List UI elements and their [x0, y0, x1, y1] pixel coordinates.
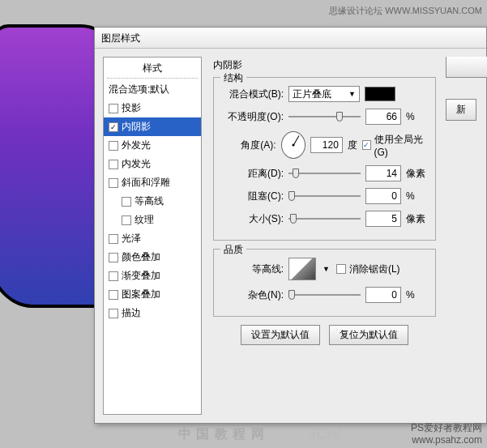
choke-label: 阻塞(C):: [220, 190, 284, 203]
distance-input[interactable]: 14: [365, 165, 401, 181]
style-blend-options[interactable]: 混合选项:默认: [104, 80, 201, 99]
chevron-down-icon: ▼: [348, 90, 356, 98]
checkbox-icon[interactable]: [122, 215, 131, 225]
size-unit: 像素: [406, 212, 429, 226]
opacity-slider[interactable]: [288, 110, 361, 123]
checkbox-icon[interactable]: [109, 234, 118, 244]
style-drop-shadow[interactable]: 投影: [104, 99, 201, 117]
noise-unit: %: [406, 289, 429, 301]
noise-input[interactable]: 0: [365, 287, 401, 303]
size-input[interactable]: 5: [365, 211, 401, 227]
side-buttons: 新: [446, 57, 478, 415]
dialog-title: 图层样式: [95, 28, 486, 49]
checkbox-icon[interactable]: [122, 197, 131, 207]
blend-mode-combo[interactable]: 正片叠底▼: [288, 86, 360, 102]
global-light-checkbox[interactable]: ✓使用全局光(G): [362, 133, 429, 158]
choke-input[interactable]: 0: [365, 188, 401, 204]
noise-label: 杂色(N):: [220, 288, 284, 302]
checkbox-icon[interactable]: [109, 309, 118, 318]
checkbox-icon: [336, 264, 346, 274]
choke-unit: %: [406, 190, 429, 202]
watermark-bottom: PS爱好者教程网 www.psahz.com: [411, 422, 482, 446]
checkbox-icon[interactable]: [109, 104, 118, 113]
structure-group: 结构 混合模式(B): 正片叠底▼ 不透明度(O): 66 % 角度(A):: [213, 77, 436, 241]
antialias-checkbox[interactable]: 消除锯齿(L): [336, 262, 400, 276]
style-pattern-overlay[interactable]: 图案叠加: [104, 285, 201, 304]
color-swatch[interactable]: [365, 87, 395, 101]
watermark-center: 中 国 教 程 网: [178, 426, 265, 443]
style-outer-glow[interactable]: 外发光: [104, 136, 201, 155]
contour-label: 等高线:: [220, 262, 284, 276]
style-bevel-emboss[interactable]: 斜面和浮雕: [104, 173, 201, 192]
style-inner-shadow[interactable]: ✓内阴影: [104, 117, 201, 136]
layer-style-dialog: 图层样式 样式 混合选项:默认 投影 ✓内阴影 外发光 内发光 斜面和浮雕 等高…: [94, 27, 487, 424]
styles-header[interactable]: 样式: [107, 59, 198, 79]
style-color-overlay[interactable]: 颜色叠加: [104, 248, 201, 267]
style-gradient-overlay[interactable]: 渐变叠加: [104, 267, 201, 285]
set-default-button[interactable]: 设置为默认值: [241, 325, 320, 345]
style-inner-glow[interactable]: 内发光: [104, 155, 201, 173]
angle-unit: 度: [348, 139, 357, 152]
styles-list: 样式 混合选项:默认 投影 ✓内阴影 外发光 内发光 斜面和浮雕 等高线 纹理 …: [103, 57, 202, 415]
angle-label: 角度(A):: [220, 139, 276, 152]
checkbox-icon[interactable]: [109, 253, 118, 262]
distance-label: 距离(D):: [220, 167, 284, 181]
style-contour[interactable]: 等高线: [104, 192, 201, 211]
distance-slider[interactable]: [288, 167, 361, 180]
structure-legend: 结构: [220, 71, 246, 85]
checkbox-icon[interactable]: [109, 141, 118, 151]
checkbox-icon[interactable]: ✓: [109, 122, 118, 132]
size-slider[interactable]: [288, 212, 361, 225]
watermark-jcw: JCW: [308, 426, 340, 443]
contour-picker[interactable]: [288, 258, 316, 280]
watermark-top: 思缘设计论坛 WWW.MISSYUAN.COM: [329, 5, 482, 17]
style-stroke[interactable]: 描边: [104, 304, 201, 322]
angle-dial[interactable]: [281, 131, 305, 159]
checkbox-icon[interactable]: [109, 160, 118, 169]
distance-unit: 像素: [406, 167, 429, 181]
checkbox-icon[interactable]: [109, 290, 118, 300]
opacity-label: 不透明度(O):: [220, 110, 284, 124]
size-label: 大小(S):: [220, 212, 284, 226]
quality-group: 品质 等高线: ▼ 消除锯齿(L) 杂色(N): 0 %: [213, 249, 436, 317]
opacity-unit: %: [406, 111, 429, 122]
noise-slider[interactable]: [288, 288, 361, 301]
new-style-button[interactable]: 新: [446, 99, 476, 121]
blend-mode-label: 混合模式(B):: [220, 87, 284, 101]
checkbox-icon[interactable]: [109, 271, 118, 281]
style-texture[interactable]: 纹理: [104, 211, 201, 229]
quality-legend: 品质: [220, 243, 246, 257]
opacity-input[interactable]: 66: [365, 109, 401, 125]
chevron-down-icon[interactable]: ▼: [321, 265, 331, 273]
reset-default-button[interactable]: 复位为默认值: [329, 325, 408, 345]
angle-input[interactable]: 120: [310, 137, 343, 153]
style-satin[interactable]: 光泽: [104, 229, 201, 248]
checkbox-icon[interactable]: [109, 178, 118, 188]
checkbox-icon: ✓: [362, 140, 371, 150]
choke-slider[interactable]: [288, 190, 361, 203]
ok-button-partial[interactable]: [446, 57, 487, 78]
